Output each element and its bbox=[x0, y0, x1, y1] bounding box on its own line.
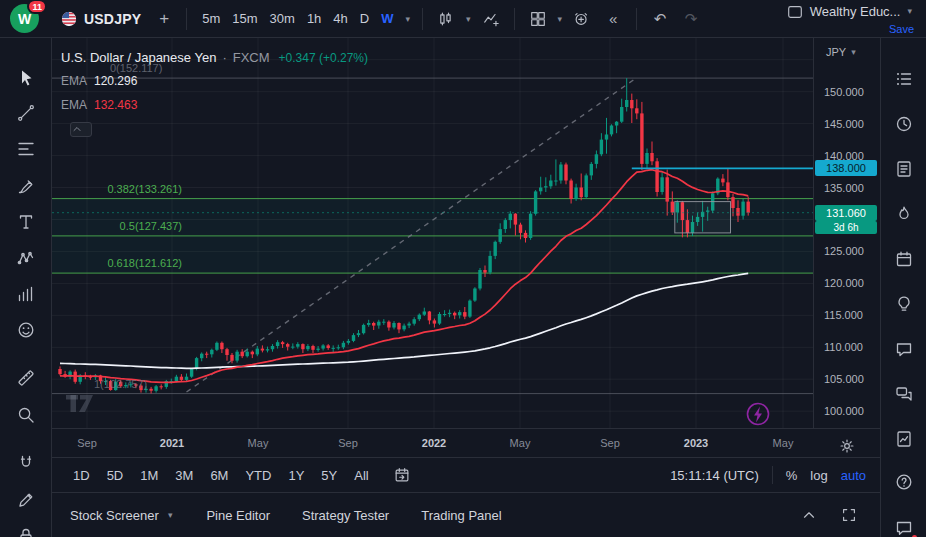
toolbar-divider bbox=[772, 466, 773, 484]
timeframe-30m[interactable]: 30m bbox=[265, 8, 300, 29]
create-alert-icon[interactable] bbox=[569, 6, 595, 32]
fullscreen-icon[interactable] bbox=[836, 502, 862, 528]
time-tick: May bbox=[510, 437, 531, 449]
community-icon bbox=[894, 384, 914, 408]
chart-canvas[interactable]: U.S. Dollar / Japanese Yen · FXCM +0.347… bbox=[52, 38, 813, 428]
magnet-icon bbox=[16, 453, 36, 477]
forecast-tool-button[interactable] bbox=[9, 281, 43, 311]
fib-retracement-tool-button[interactable] bbox=[9, 136, 43, 166]
price-tick: 150.000 bbox=[824, 86, 864, 98]
time-tick: May bbox=[248, 437, 269, 449]
price-tick: 120.000 bbox=[824, 277, 864, 289]
panel-tab-stock-screener[interactable]: Stock Screener▾ bbox=[70, 508, 174, 523]
panel-expand-icon[interactable] bbox=[796, 502, 822, 528]
ruler-tool-button[interactable] bbox=[9, 365, 43, 395]
price-axis-currency[interactable]: JPY ▾ bbox=[826, 46, 858, 58]
range-ytd-button[interactable]: YTD bbox=[238, 465, 278, 486]
alerts-icon bbox=[894, 114, 914, 138]
range-all-button[interactable]: All bbox=[347, 465, 375, 486]
timeframe-5m[interactable]: 5m bbox=[197, 8, 225, 29]
bottom-toolbar: 1D5D1M3M6MYTD1Y5YAll 15:11:14 (UTC) % lo… bbox=[52, 457, 880, 492]
cursor-tool-button[interactable] bbox=[9, 65, 43, 95]
help-icon bbox=[894, 472, 914, 496]
chat-tool-button[interactable] bbox=[887, 335, 921, 367]
lock-tool-button[interactable] bbox=[9, 523, 43, 537]
timeframe-chevron-down-icon[interactable]: ▾ bbox=[404, 14, 413, 24]
trend-line-icon bbox=[16, 103, 36, 127]
toolbar-divider bbox=[636, 8, 637, 30]
range-5y-button[interactable]: 5Y bbox=[314, 465, 344, 486]
log-scale-button[interactable]: log bbox=[810, 468, 827, 483]
price-tick: 135.000 bbox=[824, 182, 864, 194]
panel-tab-label: Pine Editor bbox=[206, 508, 270, 523]
user-logo[interactable]: W 11 bbox=[10, 4, 39, 33]
bar-countdown-tag: 3d 6h bbox=[815, 221, 877, 234]
bar-replay-icon[interactable]: « bbox=[600, 6, 626, 32]
panel-tab-pine-editor[interactable]: Pine Editor bbox=[206, 508, 270, 523]
time-tick: Sep bbox=[338, 437, 358, 449]
text-icon bbox=[16, 212, 36, 236]
range-1y-button[interactable]: 1Y bbox=[281, 465, 311, 486]
trend-line-tool-button[interactable] bbox=[9, 100, 43, 130]
redo-icon[interactable]: ↷ bbox=[678, 6, 704, 32]
auto-scale-button[interactable]: auto bbox=[841, 468, 866, 483]
add-symbol-button[interactable]: + bbox=[152, 7, 176, 31]
calendar-tool-button[interactable] bbox=[887, 245, 921, 277]
symbol-search-button[interactable]: USDJPY bbox=[54, 7, 147, 31]
hotlists-tool-button[interactable] bbox=[887, 200, 921, 232]
watchlist-tool-button[interactable] bbox=[887, 65, 921, 97]
timeframe-W[interactable]: W bbox=[376, 8, 398, 29]
chart-region: U.S. Dollar / Japanese Yen · FXCM +0.347… bbox=[52, 38, 880, 457]
timeframe-D[interactable]: D bbox=[355, 8, 374, 29]
layout-area: Wealthy Educ... ▾ Save bbox=[785, 2, 916, 35]
toolbar-divider bbox=[422, 8, 423, 30]
range-1d-button[interactable]: 1D bbox=[66, 465, 97, 486]
currency-label: JPY bbox=[826, 46, 846, 58]
gear-icon[interactable] bbox=[834, 433, 860, 459]
chart-style-icon[interactable] bbox=[433, 6, 459, 32]
toolbar-divider bbox=[186, 8, 187, 30]
brush-tool-button[interactable] bbox=[9, 173, 43, 203]
emoji-tool-button[interactable] bbox=[9, 317, 43, 347]
range-5d-button[interactable]: 5D bbox=[100, 465, 131, 486]
timeframe-4h[interactable]: 4h bbox=[328, 8, 352, 29]
legend-collapse-button[interactable] bbox=[70, 122, 92, 137]
range-1m-button[interactable]: 1M bbox=[133, 465, 165, 486]
time-tick: 2021 bbox=[160, 437, 184, 449]
layout-grid-icon[interactable] bbox=[525, 6, 551, 32]
chart-style-chevron-down-icon[interactable]: ▾ bbox=[464, 14, 473, 24]
panel-tab-trading-panel[interactable]: Trading Panel bbox=[421, 508, 501, 523]
price-tick: 125.000 bbox=[824, 245, 864, 257]
layout-menu-button[interactable]: Wealthy Educ... ▾ bbox=[785, 2, 914, 22]
range-6m-button[interactable]: 6M bbox=[203, 465, 235, 486]
layout-grid-chevron-down-icon[interactable]: ▾ bbox=[556, 14, 565, 24]
time-tick: Sep bbox=[77, 437, 97, 449]
panel-tab-strategy-tester[interactable]: Strategy Tester bbox=[302, 508, 389, 523]
indicators-icon[interactable] bbox=[478, 6, 504, 32]
zoom-tool-button[interactable] bbox=[9, 402, 43, 432]
draw-tool-button[interactable] bbox=[9, 487, 43, 517]
price-tick: 100.000 bbox=[824, 405, 864, 417]
community-tool-button[interactable] bbox=[887, 380, 921, 412]
save-layout-icon bbox=[785, 2, 805, 22]
clock-utc[interactable]: 15:11:14 (UTC) bbox=[670, 468, 759, 483]
price-axis[interactable]: JPY ▾ 150.000145.000140.000135.000130.00… bbox=[813, 38, 880, 428]
save-button[interactable]: Save bbox=[889, 23, 914, 35]
last-price-tag: 131.060 bbox=[815, 205, 877, 221]
timeframe-15m[interactable]: 15m bbox=[227, 8, 262, 29]
markets-tool-button[interactable] bbox=[887, 425, 921, 457]
news-tool-button[interactable] bbox=[887, 155, 921, 187]
help-tool-button[interactable] bbox=[887, 468, 921, 500]
undo-icon[interactable]: ↶ bbox=[647, 6, 673, 32]
alerts-tool-button[interactable] bbox=[887, 110, 921, 142]
pattern-tool-button[interactable] bbox=[9, 245, 43, 275]
range-3m-button[interactable]: 3M bbox=[168, 465, 200, 486]
go-to-date-icon[interactable] bbox=[389, 462, 415, 488]
percent-scale-button[interactable]: % bbox=[786, 468, 798, 483]
ideas-tool-button[interactable] bbox=[887, 290, 921, 322]
timeframe-1h[interactable]: 1h bbox=[302, 8, 326, 29]
magnet-tool-button[interactable] bbox=[9, 450, 43, 480]
messages-tool-button[interactable] bbox=[887, 514, 921, 537]
text-tool-button[interactable] bbox=[9, 209, 43, 239]
time-axis[interactable]: Sep2021MaySep2022MaySep2023May bbox=[52, 428, 880, 457]
